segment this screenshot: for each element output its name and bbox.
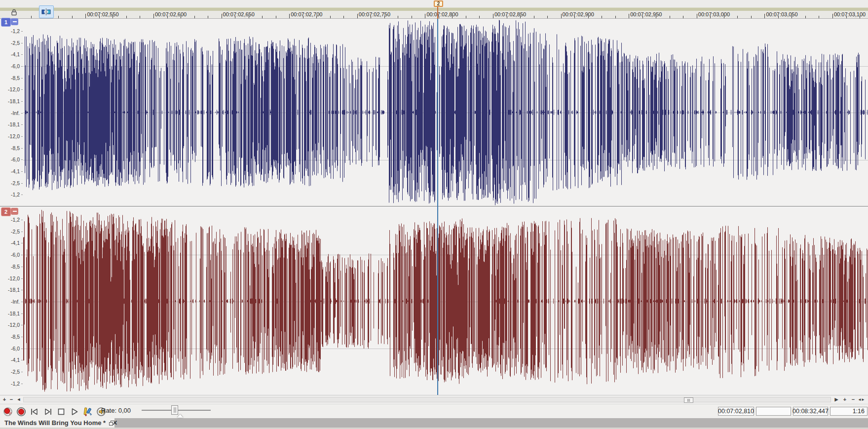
stop-button[interactable] bbox=[56, 406, 67, 417]
transport-toolbar: Rate: 0,00 00:07:02,810 00:08:32,447 1:1… bbox=[0, 404, 868, 418]
ruler-tick bbox=[31, 16, 32, 18]
db-scale-tick bbox=[21, 278, 23, 279]
scroll-right-button[interactable]: ▶ bbox=[833, 396, 840, 403]
db-scale-label: -12,0 bbox=[0, 86, 20, 92]
ruler-tick bbox=[126, 16, 127, 18]
ruler-tick bbox=[574, 16, 575, 18]
ruler-tick bbox=[615, 16, 616, 18]
db-scale-label: -6,0 bbox=[0, 156, 20, 162]
waveform-channel-2[interactable]: -1,2-2,5-4,1-6,0-8,5-12,0-18,1-Inf.-18,1… bbox=[0, 207, 868, 395]
play-button[interactable] bbox=[69, 406, 80, 417]
channel-2-badge[interactable]: 2 bbox=[1, 207, 11, 216]
skip-to-start-button[interactable] bbox=[29, 406, 40, 417]
ruler-tick bbox=[249, 16, 249, 18]
db-scale-tick bbox=[21, 78, 23, 78]
ruler-tick bbox=[479, 16, 480, 18]
ruler-tick bbox=[724, 16, 724, 18]
rate-slider[interactable] bbox=[142, 404, 211, 418]
ruler-tick bbox=[642, 16, 643, 18]
db-scale-tick bbox=[21, 384, 23, 384]
ruler-tick bbox=[384, 16, 385, 18]
zoom-out-left-button[interactable]: − bbox=[8, 396, 15, 403]
selection-time-field[interactable] bbox=[756, 407, 791, 416]
ruler-tick bbox=[167, 16, 168, 18]
scrollbar-thumb[interactable] bbox=[684, 397, 693, 403]
ruler-tick-label: 00:07:03,050 bbox=[766, 11, 797, 17]
document-tab-bar: The Winds Will Bring You Home * ✕ bbox=[0, 418, 868, 429]
db-scale-label: -8,5 bbox=[0, 264, 20, 270]
db-scale-label: -Inf. bbox=[0, 110, 20, 116]
db-scale-label: -6,0 bbox=[0, 346, 20, 351]
db-scale-tick bbox=[21, 313, 23, 314]
db-scale-tick bbox=[21, 66, 23, 67]
ruler-tick bbox=[493, 14, 493, 18]
db-scale-label: -18,1 bbox=[0, 121, 20, 127]
db-scale-tick bbox=[21, 349, 23, 349]
zoom-ratio-field[interactable]: 1:16 bbox=[830, 407, 868, 416]
db-scale-label: -2,5 bbox=[0, 40, 20, 46]
zoom-in-left-button[interactable]: + bbox=[1, 396, 8, 403]
ruler-tick-label: 00:07:03,000 bbox=[698, 11, 730, 17]
ruler-tick bbox=[846, 16, 847, 18]
tab-active-document[interactable]: The Winds Will Bring You Home * ✕ bbox=[0, 418, 114, 428]
db-scale-label: -4,1 bbox=[0, 51, 20, 57]
record-monitor-button[interactable] bbox=[2, 406, 13, 417]
ruler-tick bbox=[316, 16, 317, 18]
waveform-channel-2-canvas[interactable] bbox=[23, 207, 868, 395]
db-scale-label: -1,2 bbox=[0, 381, 20, 387]
db-scale-tick bbox=[21, 267, 23, 267]
duration-time-field[interactable]: 00:08:32,447 bbox=[793, 407, 828, 416]
waveform-channel-1[interactable]: -1,2-2,5-4,1-6,0-8,5-12,0-18,1-Inf.-18,1… bbox=[0, 19, 868, 206]
fit-view-button[interactable]: ◄► bbox=[858, 396, 865, 403]
ruler-tick bbox=[303, 16, 303, 18]
ruler-tick-label: 00:07:02,550 bbox=[87, 11, 118, 17]
db-scale-tick bbox=[21, 360, 23, 360]
db-scale-tick bbox=[21, 136, 23, 137]
rate-slider-handle[interactable] bbox=[171, 405, 178, 415]
db-scale-tick bbox=[21, 243, 23, 243]
zoom-in-right-button[interactable]: + bbox=[841, 396, 848, 403]
ruler-tick bbox=[737, 16, 738, 18]
channel-1-badge[interactable]: 1 bbox=[1, 18, 11, 27]
db-scale-label: -4,1 bbox=[0, 357, 20, 363]
db-scale-tick bbox=[21, 220, 23, 220]
db-scale-label: -Inf. bbox=[0, 299, 20, 305]
db-scale-tick bbox=[21, 290, 23, 290]
db-scale-tick bbox=[21, 337, 23, 337]
db-scale-label: -8,5 bbox=[0, 75, 20, 81]
ruler-tick bbox=[398, 16, 398, 18]
db-scale-label: -6,0 bbox=[0, 252, 20, 258]
rate-label: Rate: 0,00 bbox=[101, 407, 131, 414]
db-scale-label: -1,2 bbox=[0, 28, 20, 34]
record-button[interactable] bbox=[16, 406, 27, 417]
ruler-tick bbox=[412, 16, 412, 18]
db-scale-tick bbox=[21, 124, 23, 125]
ruler-tick bbox=[85, 14, 86, 18]
pan-zoom-tool-button[interactable] bbox=[39, 5, 54, 18]
db-scale-label: -12,0 bbox=[0, 133, 20, 139]
ruler-tick bbox=[194, 16, 195, 18]
rate-slider-pointer bbox=[177, 414, 183, 418]
ruler-tick-label: 00:07:02,600 bbox=[155, 11, 187, 17]
ruler-tick bbox=[208, 16, 208, 18]
lock-icon[interactable] bbox=[9, 7, 19, 17]
db-scale-label: -8,5 bbox=[0, 334, 20, 340]
tab-title: The Winds Will Bring You Home * bbox=[4, 419, 106, 427]
ruler-tick bbox=[751, 16, 752, 18]
cue-marker-2[interactable]: 2 bbox=[434, 0, 443, 7]
skip-to-end-button[interactable] bbox=[42, 406, 53, 417]
ruler-tick bbox=[466, 16, 466, 18]
playback-cursor[interactable] bbox=[437, 19, 438, 395]
edit-markers-button[interactable] bbox=[82, 406, 93, 417]
waveform-channel-1-canvas[interactable] bbox=[23, 19, 868, 206]
ruler-tick bbox=[792, 16, 792, 18]
channel-1-collapse-button[interactable] bbox=[11, 18, 18, 25]
scroll-left-button[interactable]: ◄ bbox=[15, 396, 22, 403]
position-time-field[interactable]: 00:07:02,810 bbox=[718, 407, 754, 416]
zoom-out-right-button[interactable]: − bbox=[850, 396, 857, 403]
ruler-tick bbox=[547, 16, 548, 18]
channel-2-collapse-button[interactable] bbox=[11, 208, 18, 215]
ruler-tick bbox=[343, 16, 344, 18]
scrollbar-track[interactable] bbox=[23, 397, 831, 402]
ruler-tick-label: 00:07:02,900 bbox=[563, 11, 594, 17]
